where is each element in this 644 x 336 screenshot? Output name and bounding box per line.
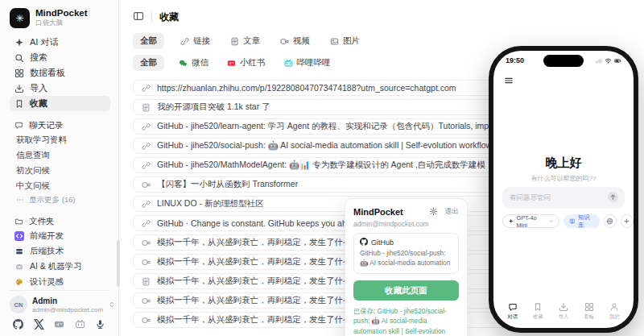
sidebar-item-dashboard[interactable]: 数据看板 <box>10 65 110 81</box>
app-logo-row: ✳ MindPocket 口袋大脑 <box>10 8 110 28</box>
list-item-title: GitHub - jihe520/MathModelAgent: 🤖📊 专为数学… <box>157 160 515 171</box>
sparkle-icon <box>14 38 24 48</box>
code-icon <box>15 232 23 240</box>
chat-history-item[interactable]: 信息查询 <box>10 147 110 163</box>
tab-label: 收藏 <box>533 313 543 321</box>
list-item-title: 模拟一千年，从兴盛到衰亡，再到稳定，发生了什么？ <box>157 314 360 326</box>
phone-tab-board[interactable]: 看板 <box>576 302 602 321</box>
list-item[interactable]: 我的开源项目突破 1.1k star 了 <box>133 99 524 115</box>
phone-tab-profile[interactable]: 我的 <box>601 302 627 321</box>
chat-icon <box>508 302 518 312</box>
phone-time: 19:50 <box>506 56 524 64</box>
folder-item-ai-ml[interactable]: AI & 机器学习 <box>10 259 110 274</box>
filter-type-link[interactable]: 链接 <box>176 33 214 49</box>
video-icon <box>142 239 151 247</box>
folder-list: 前端开发后端技术AI & 机器学习设计灵感 <box>10 228 110 289</box>
tab-label: 我的 <box>609 313 620 321</box>
x-icon[interactable] <box>34 319 44 330</box>
filter-label: 文章 <box>243 35 260 47</box>
list-item[interactable]: https://zhuanlan.zhihu.com/p/19228080470… <box>133 80 524 96</box>
knowledge-base-chip[interactable]: 知识库 <box>564 214 599 228</box>
doc-icon <box>230 37 239 46</box>
sidebar-item-search[interactable]: 搜索 <box>10 50 110 65</box>
filter-source-wechat[interactable]: 微信 <box>175 55 213 71</box>
import-icon <box>14 84 24 93</box>
list-item[interactable]: GitHub - jihe520/learn-agent: 学习 Agent 的… <box>133 118 524 135</box>
greeting-subtitle: 有什么可以帮您的吗?? <box>493 174 634 183</box>
filter-source-xiaohongshu[interactable]: 小红书 <box>223 55 270 71</box>
xiaohongshu-icon[interactable] <box>54 319 64 330</box>
phone-mockup: 19:50 晚上好 有什么可以帮您的吗?? 有问题尽管问 GPT-4o Mini… <box>489 46 638 333</box>
folder-item-design[interactable]: 设计灵感 <box>10 274 110 289</box>
phone-tabbar: 对话收藏导入看板我的 <box>500 302 627 321</box>
sidebar-scrollbar[interactable] <box>117 240 120 287</box>
sidebar-item-label: 收藏 <box>30 97 47 110</box>
phone-tab-favorites[interactable]: 收藏 <box>526 302 551 321</box>
document-icon <box>142 277 151 286</box>
folder-icon <box>14 217 23 226</box>
phone-tab-import[interactable]: 导入 <box>551 302 576 321</box>
globe-icon <box>606 218 613 225</box>
folder-item-frontend[interactable]: 前端开发 <box>10 228 110 243</box>
account-switcher[interactable]: CN Admin admin@mindpocket.com <box>10 290 110 313</box>
popup-email: admin@mindpocket.com <box>353 220 459 228</box>
bilibili-icon[interactable] <box>75 319 85 330</box>
section-folders-label: 文件夹 <box>29 216 55 227</box>
question-input[interactable]: 有问题尽管问 <box>502 187 625 209</box>
list-item-title: 模拟一千年，从兴盛到衰亡，再到稳定，发生了什么？ <box>157 276 360 287</box>
filter-type-all[interactable]: 全部 <box>133 33 164 49</box>
list-item[interactable]: GitHub - jihe520/MathModelAgent: 🤖📊 专为数学… <box>133 157 524 173</box>
page-preview-card: GitHub GitHub - jihe520/social-push: 🤖 A… <box>353 233 459 274</box>
menu-button[interactable] <box>504 76 514 87</box>
saved-status-text: 已保存: GitHub - jihe520/social-push: 🤖 AI … <box>353 306 459 336</box>
sidebar-item-label: 导入 <box>30 82 47 94</box>
wechat-icon <box>179 59 188 68</box>
save-page-button[interactable]: 收藏此页面 <box>353 280 459 301</box>
list-item-title: https://zhuanlan.zhihu.com/p/19228080470… <box>157 83 456 93</box>
link-icon <box>142 84 151 93</box>
add-chip[interactable] <box>621 214 634 228</box>
sidebar-item-favorites[interactable]: 收藏 <box>10 96 110 111</box>
account-email: admin@mindpocket.com <box>32 306 103 313</box>
video-icon <box>142 297 151 305</box>
link-icon <box>142 142 151 151</box>
sidebar-item-import[interactable]: 导入 <box>10 81 110 96</box>
github-icon[interactable] <box>13 319 23 330</box>
filter-type-article[interactable]: 文章 <box>226 33 264 49</box>
list-item[interactable]: GitHub - jihe520/social-push: 🤖 AI socia… <box>133 138 524 154</box>
grid-icon <box>584 302 594 312</box>
xhs-icon <box>227 59 236 68</box>
robot-icon <box>15 263 23 271</box>
filter-type-video[interactable]: 视频 <box>276 33 314 49</box>
tab-label: 导入 <box>559 313 569 321</box>
battery-icon <box>614 57 621 64</box>
page-title: 收藏 <box>159 10 179 24</box>
video-icon <box>280 37 289 46</box>
folder-item-backend[interactable]: 后端技术 <box>10 243 110 259</box>
chat-icon <box>14 121 23 130</box>
phone-tab-chat[interactable]: 对话 <box>500 302 526 321</box>
filter-label: 全部 <box>140 35 157 47</box>
filter-source-bilibili[interactable]: 哔哩哔哩 <box>280 55 335 71</box>
filter-type-image[interactable]: 图片 <box>326 33 364 49</box>
model-selector[interactable]: GPT-4o Mini <box>502 214 559 228</box>
more-icon <box>16 196 24 204</box>
import-icon <box>559 302 568 312</box>
hamburger-menu-icon <box>504 76 514 85</box>
send-button[interactable] <box>607 191 619 205</box>
mic-icon[interactable] <box>95 319 105 330</box>
list-item-title: 模拟一千年，从兴盛到衰亡，再到稳定，发生了什么？ <box>157 237 360 248</box>
show-more-button[interactable]: 显示更多 (16) <box>10 193 110 207</box>
sidebar-item-ai-chat[interactable]: AI 对话 <box>10 35 110 50</box>
filter-source-all[interactable]: 全部 <box>133 55 164 71</box>
extension-popup: MindPocket 退出 admin@mindpocket.com GitHu… <box>345 198 468 336</box>
list-item[interactable]: 【闪客】一小时从函数到 Transformer <box>133 176 524 193</box>
sidebar-item-label: 搜索 <box>30 52 47 64</box>
web-search-chip[interactable] <box>604 214 617 228</box>
logout-button[interactable]: 退出 <box>444 206 459 217</box>
chat-history-item[interactable]: 获取学习资料 <box>10 132 110 147</box>
model-icon <box>508 218 514 225</box>
chat-history-item[interactable]: 中文问候 <box>10 178 110 193</box>
knowledge-base-icon <box>569 218 576 225</box>
chat-history-item[interactable]: 初次问候 <box>10 163 110 178</box>
